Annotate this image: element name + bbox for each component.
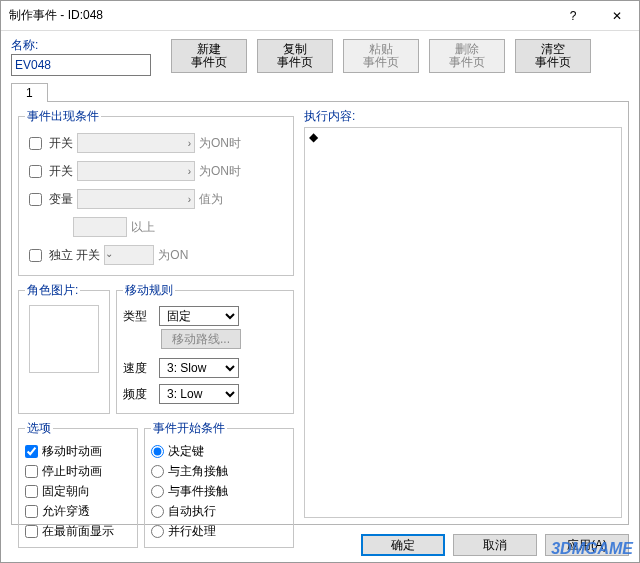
movement-group: 移动规则 类型 固定 移动路线... 速度 3: Slow 频 (116, 282, 294, 414)
cond-variable-value[interactable] (73, 217, 127, 237)
trigger-group: 事件开始条件 决定键 与主角接触 与事件接触 自动执行 并行处理 (144, 420, 294, 548)
trig-event-touch[interactable] (151, 485, 164, 498)
trig-parallel[interactable] (151, 525, 164, 538)
page-buttons: 新建事件页 复制事件页 粘贴事件页 删除事件页 清空事件页 (171, 39, 591, 73)
page-tabs: 1 事件出现条件 开关 › 为ON时 开关 (11, 82, 629, 525)
move-type-select[interactable]: 固定 (159, 306, 239, 326)
cond-variable-suffix: 值为 (199, 191, 223, 208)
move-freq-select[interactable]: 3: Low (159, 384, 239, 404)
move-freq-label: 频度 (123, 386, 153, 403)
left-pane: 事件出现条件 开关 › 为ON时 开关 › 为ON时 (12, 102, 300, 524)
tab-1[interactable]: 1 (11, 83, 48, 102)
name-input[interactable] (11, 54, 151, 76)
cond-variable-value-suffix: 以上 (131, 219, 155, 236)
movement-legend: 移动规则 (123, 282, 175, 299)
cond-selfswitch-check[interactable] (29, 249, 42, 262)
close-button[interactable]: ✕ (595, 1, 639, 31)
apply-button[interactable]: 应用(A) (545, 534, 629, 556)
opt-through[interactable] (25, 505, 38, 518)
opt-fix-dir[interactable] (25, 485, 38, 498)
copy-page-button[interactable]: 复制事件页 (257, 39, 333, 73)
titlebar: 制作事件 - ID:048 ? ✕ (1, 1, 639, 31)
dialog-footer: 确定 取消 应用(A) (361, 534, 629, 556)
opt-walk-anim[interactable] (25, 445, 38, 458)
help-button[interactable]: ? (551, 1, 595, 31)
character-image-legend: 角色图片: (25, 282, 80, 299)
opt-step-anim[interactable] (25, 465, 38, 478)
cond-variable-label: 变量 (49, 191, 73, 208)
trig-player-touch[interactable] (151, 465, 164, 478)
trig-autorun[interactable] (151, 505, 164, 518)
move-speed-select[interactable]: 3: Slow (159, 358, 239, 378)
ok-button[interactable]: 确定 (361, 534, 445, 556)
options-group: 选项 移动时动画 停止时动画 固定朝向 允许穿透 在最前面显示 (18, 420, 138, 548)
move-speed-label: 速度 (123, 360, 153, 377)
move-route-button[interactable]: 移动路线... (161, 329, 241, 349)
clear-page-button[interactable]: 清空事件页 (515, 39, 591, 73)
cond-switch1-label: 开关 (49, 135, 73, 152)
paste-page-button[interactable]: 粘贴事件页 (343, 39, 419, 73)
conditions-legend: 事件出现条件 (25, 108, 101, 125)
chevron-right-icon: › (188, 166, 191, 177)
exec-list[interactable]: ◆ (304, 127, 622, 518)
conditions-group: 事件出现条件 开关 › 为ON时 开关 › 为ON时 (18, 108, 294, 276)
chevron-right-icon: › (188, 138, 191, 149)
options-legend: 选项 (25, 420, 53, 437)
cond-switch1-check[interactable] (29, 137, 42, 150)
exec-label: 执行内容: (304, 108, 622, 125)
trigger-legend: 事件开始条件 (151, 420, 227, 437)
cond-selfswitch-label: 独立 开关 (49, 249, 100, 261)
character-image-box[interactable] (29, 305, 99, 373)
trig-action[interactable] (151, 445, 164, 458)
cond-switch1-suffix: 为ON时 (199, 135, 241, 152)
character-image-group: 角色图片: (18, 282, 110, 414)
new-page-button[interactable]: 新建事件页 (171, 39, 247, 73)
cond-selfswitch-combo[interactable]: ⌄ (104, 245, 154, 265)
name-label: 名称: (11, 38, 38, 52)
cond-switch2-check[interactable] (29, 165, 42, 178)
window-title: 制作事件 - ID:048 (9, 7, 551, 24)
close-icon: ✕ (612, 9, 622, 23)
chevron-down-icon: ⌄ (105, 248, 113, 259)
opt-always-top[interactable] (25, 525, 38, 538)
cond-switch2-combo[interactable]: › (77, 161, 195, 181)
cond-switch1-combo[interactable]: › (77, 133, 195, 153)
cond-variable-check[interactable] (29, 193, 42, 206)
help-icon: ? (570, 9, 577, 23)
client-area: 名称: 新建事件页 复制事件页 粘贴事件页 删除事件页 清空事件页 1 事件出现… (1, 31, 639, 562)
cond-variable-combo[interactable]: › (77, 189, 195, 209)
exec-line: ◆ (309, 130, 617, 144)
right-pane: 执行内容: ◆ (300, 102, 628, 524)
dialog-window: 制作事件 - ID:048 ? ✕ 名称: 新建事件页 复制事件页 粘贴事件页 … (0, 0, 640, 563)
delete-page-button[interactable]: 删除事件页 (429, 39, 505, 73)
chevron-right-icon: › (188, 194, 191, 205)
cond-switch2-label: 开关 (49, 163, 73, 180)
cond-selfswitch-suffix: 为ON (158, 247, 188, 264)
cancel-button[interactable]: 取消 (453, 534, 537, 556)
cond-switch2-suffix: 为ON时 (199, 163, 241, 180)
tab-body: 事件出现条件 开关 › 为ON时 开关 › 为ON时 (11, 101, 629, 525)
move-type-label: 类型 (123, 308, 153, 325)
